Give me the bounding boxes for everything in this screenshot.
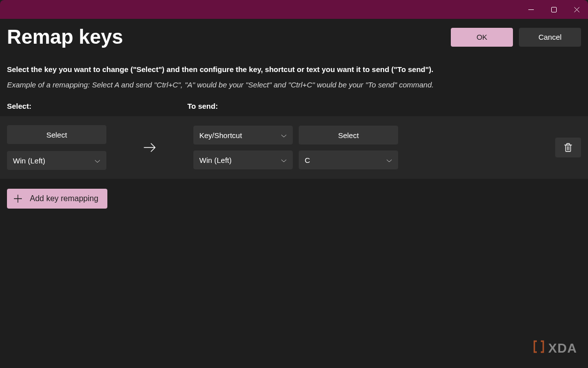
window-controls xyxy=(519,0,588,19)
svg-rect-0 xyxy=(528,9,534,10)
watermark-text: XDA xyxy=(548,341,577,356)
close-button[interactable] xyxy=(565,0,588,19)
tosend-key1-dropdown[interactable]: Win (Left) xyxy=(193,150,293,169)
trash-icon xyxy=(564,143,573,152)
add-button-label: Add key remapping xyxy=(30,194,98,203)
tosend-type-value: Key/Shortcut xyxy=(199,131,242,140)
chevron-down-icon xyxy=(281,131,287,140)
tosend-key2-dropdown[interactable]: C xyxy=(299,150,398,169)
remap-row: Select Win (Left) Key/Shortcut xyxy=(0,116,588,179)
chevron-down-icon xyxy=(281,156,287,164)
select-key-button[interactable]: Select xyxy=(7,125,106,144)
select-key-value: Win (Left) xyxy=(13,156,45,165)
tosend-column-header: To send: xyxy=(187,102,218,110)
titlebar xyxy=(0,0,588,19)
minimize-icon xyxy=(528,9,534,10)
arrow-section xyxy=(106,142,193,153)
instruction-text: Select the key you want to change ("Sele… xyxy=(7,65,581,74)
delete-row-button[interactable] xyxy=(555,138,581,157)
bracket-icon xyxy=(532,340,545,357)
tosend-type-dropdown[interactable]: Key/Shortcut xyxy=(193,126,293,145)
delete-section xyxy=(555,138,581,157)
tosend-key1-value: Win (Left) xyxy=(199,156,232,164)
tosend-select-button[interactable]: Select xyxy=(299,126,398,145)
minimize-button[interactable] xyxy=(519,0,542,19)
select-key-dropdown[interactable]: Win (Left) xyxy=(7,151,106,170)
maximize-button[interactable] xyxy=(542,0,565,19)
add-remapping-button[interactable]: Add key remapping xyxy=(7,189,107,209)
chevron-down-icon xyxy=(94,156,100,165)
maximize-icon xyxy=(551,7,557,12)
plus-icon xyxy=(13,194,23,204)
select-column-header: Select: xyxy=(7,102,187,110)
close-icon xyxy=(574,7,580,12)
arrow-right-icon xyxy=(143,142,157,153)
tosend-group: Key/Shortcut Select Win (Left) C xyxy=(193,126,398,169)
tosend-key2-value: C xyxy=(305,156,310,164)
chevron-down-icon xyxy=(386,156,392,164)
header-buttons: OK Cancel xyxy=(451,28,581,47)
svg-rect-1 xyxy=(551,7,556,12)
header-row: Remap keys OK Cancel xyxy=(7,26,581,48)
example-text: Example of a remapping: Select A and sen… xyxy=(7,80,581,89)
column-headers: Select: To send: xyxy=(7,102,581,110)
watermark: XDA xyxy=(532,340,577,357)
page-title: Remap keys xyxy=(7,26,123,48)
ok-button[interactable]: OK xyxy=(451,28,513,47)
content-area: Remap keys OK Cancel Select the key you … xyxy=(0,19,588,368)
cancel-button[interactable]: Cancel xyxy=(519,28,581,47)
select-group: Select Win (Left) xyxy=(7,125,106,170)
